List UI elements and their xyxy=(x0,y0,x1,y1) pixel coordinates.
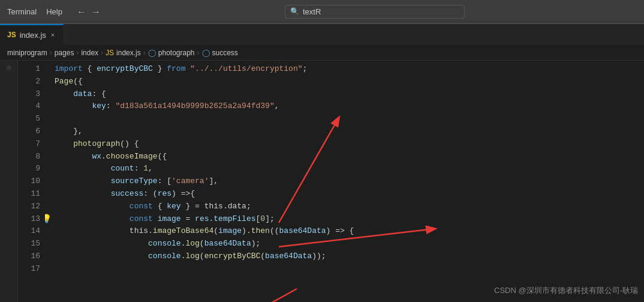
menu-bar: Terminal Help xyxy=(7,7,62,16)
line-num-3: 3 xyxy=(18,88,40,101)
nav-arrows: ← → xyxy=(77,7,101,17)
js-file-icon: JS xyxy=(7,31,16,39)
line-num-13: 13 xyxy=(18,213,40,226)
code-line-2: Page({ xyxy=(55,76,644,88)
code-line-7: photograph() { xyxy=(55,138,644,151)
tab-close-button[interactable]: × xyxy=(50,31,56,39)
search-icon: 🔍 xyxy=(290,7,299,16)
breadcrumb-pages[interactable]: pages xyxy=(55,49,74,57)
breadcrumb-index[interactable]: index xyxy=(81,49,98,57)
line-num-1: 1 xyxy=(18,63,40,76)
line-num-10: 10 xyxy=(18,175,40,188)
code-line-17 xyxy=(55,263,644,276)
code-line-8: wx.chooseImage({ xyxy=(55,151,644,163)
code-line-14: this.imageToBase64(image).then((base64Da… xyxy=(55,225,644,238)
code-area[interactable]: import { encryptByCBC } from "../../util… xyxy=(45,61,644,302)
line-num-8: 8 xyxy=(18,151,40,163)
hint-icon: 💡 xyxy=(45,213,52,226)
line-num-17: 17 xyxy=(18,263,40,276)
tab-bar: JS index.js × xyxy=(0,24,644,45)
breadcrumb-success[interactable]: success xyxy=(212,49,238,57)
breadcrumb-sep-1: › xyxy=(50,49,52,57)
code-line-10: sourceType: ['camera'], xyxy=(55,175,644,188)
svg-line-5 xyxy=(237,289,297,302)
breadcrumb-miniprogram[interactable]: miniprogram xyxy=(7,49,47,57)
menu-terminal[interactable]: Terminal xyxy=(7,7,37,16)
line-num-2: 2 xyxy=(18,76,40,88)
code-line-11: success: (res) =>{ xyxy=(55,188,644,201)
code-line-9: count: 1, xyxy=(55,163,644,175)
code-line-6: }, xyxy=(55,125,644,138)
line-numbers: 1 2 3 4 5 6 7 8 9 10 11 12 13 14 15 16 1… xyxy=(18,61,45,302)
search-bar[interactable]: 🔍 xyxy=(285,5,465,19)
code-line-16: console.log(encryptByCBC(base64Data)); xyxy=(55,250,644,263)
breadcrumb-sep-5: › xyxy=(197,49,200,57)
code-line-15: console.log(base64Data); xyxy=(55,238,644,250)
code-line-3: data: { xyxy=(55,88,644,101)
line-num-9: 9 xyxy=(18,163,40,175)
breadcrumb-js-icon: JS xyxy=(106,49,114,57)
search-input[interactable] xyxy=(303,7,459,16)
breadcrumb-index-js[interactable]: index.js xyxy=(116,49,141,57)
line-num-14: 14 xyxy=(18,225,40,238)
breadcrumb-sep-2: › xyxy=(76,49,79,57)
code-line-13: 💡 const image = res.tempFiles[0]; xyxy=(55,213,644,226)
line-num-16: 16 xyxy=(18,250,40,263)
tab-index-js[interactable]: JS index.js × xyxy=(0,24,64,44)
back-button[interactable]: ← xyxy=(77,7,86,17)
breadcrumb-sep-4: › xyxy=(143,49,146,57)
forward-button[interactable]: → xyxy=(91,7,101,17)
code-line-4: key: "d183a561a1494b9999b2625a2a94fd39", xyxy=(55,100,644,113)
code-line-5 xyxy=(55,113,644,125)
editor: 1 2 3 4 5 6 7 8 9 10 11 12 13 14 15 16 1… xyxy=(0,61,644,302)
line-num-7: 7 xyxy=(18,138,40,151)
breadcrumb: miniprogram › pages › index › JS index.j… xyxy=(0,45,644,61)
code-line-1: import { encryptByCBC } from "../../util… xyxy=(55,63,644,76)
menu-help[interactable]: Help xyxy=(46,7,62,16)
breadcrumb-photograph-icon: ◯ xyxy=(148,49,156,57)
breadcrumb-photograph[interactable]: photograph xyxy=(158,49,195,57)
line-num-4: 4 xyxy=(18,100,40,113)
breadcrumb-sep-3: › xyxy=(101,49,103,57)
watermark: CSDN @深圳市有德者科技有限公司-耿瑞 xyxy=(494,285,638,296)
line-num-5: 5 xyxy=(18,113,40,125)
line-num-6: 6 xyxy=(18,125,40,138)
gutter-dot xyxy=(7,65,11,70)
breadcrumb-success-icon: ◯ xyxy=(202,49,210,57)
line-num-11: 11 xyxy=(18,188,40,201)
code-line-12: const { key } = this.data; xyxy=(55,201,644,213)
line-num-12: 12 xyxy=(18,201,40,213)
tab-label: index.js xyxy=(20,31,46,40)
editor-gutter xyxy=(0,61,18,302)
line-num-15: 15 xyxy=(18,238,40,250)
title-bar: Terminal Help ← → 🔍 xyxy=(0,0,644,24)
